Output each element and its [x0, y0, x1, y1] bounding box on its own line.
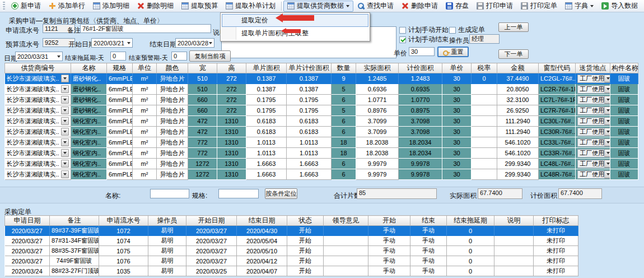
- cell-height[interactable]: 1310: [217, 137, 246, 148]
- cell-unit[interactable]: m²: [133, 159, 157, 169]
- table-row[interactable]: 长沙市潇湘玻璃实..钢化室内..6mmPLE..m²异地合片127213101.…: [5, 159, 638, 169]
- cell-end_delay[interactable]: 0: [447, 236, 494, 246]
- cell-window_code[interactable]: LC2GL-76#..: [539, 73, 576, 84]
- cell-operator[interactable]: 易明: [148, 266, 186, 276]
- cell-unit[interactable]: m²: [133, 116, 157, 127]
- locate-button[interactable]: 按条件定位: [265, 188, 297, 199]
- table-row[interactable]: 长沙市潇湘玻璃实..钢化室内..6mmPLE..m²异地合片47213100.6…: [5, 127, 638, 137]
- cell-actual_area[interactable]: 18.2038: [356, 148, 399, 159]
- cell-width[interactable]: 1272: [188, 169, 217, 180]
- cell-end_delay[interactable]: 0: [447, 266, 494, 276]
- cell-width[interactable]: 1272: [188, 159, 217, 169]
- col-tax_rate[interactable]: 税率: [472, 63, 497, 73]
- cell-serial_no[interactable]: 1076: [99, 256, 148, 266]
- cell-color[interactable]: 异地合片: [157, 127, 188, 137]
- cell-width[interactable]: 772: [188, 148, 217, 159]
- col-qty[interactable]: 数量: [332, 63, 356, 73]
- cell-amount[interactable]: 546.1020: [497, 148, 539, 159]
- cell-delivery_place[interactable]: 工厂使用: [576, 95, 610, 105]
- cell-note[interactable]: [494, 236, 534, 246]
- delivery-place-select[interactable]: 工厂使用: [577, 128, 610, 136]
- cell-unit_price[interactable]: 30: [442, 95, 472, 105]
- cell-unit_price[interactable]: 30: [442, 137, 472, 148]
- cell-part_name[interactable]: 固玻: [610, 116, 638, 127]
- table-row[interactable]: 2020/03/2788#35-37F窗固玻1075易明2020/03/2720…: [5, 246, 578, 256]
- cell-piece_area[interactable]: 1.6663: [246, 159, 287, 169]
- cell-color[interactable]: 异地合片: [157, 148, 188, 159]
- cell-end[interactable]: 手动: [410, 256, 447, 266]
- delivery-place-select[interactable]: 工厂使用: [577, 75, 610, 83]
- dropdown-button[interactable]: [604, 117, 610, 125]
- cell-actual_area[interactable]: 0.8976: [356, 105, 399, 116]
- cell-amount[interactable]: 37.4490: [497, 73, 539, 84]
- cell-start[interactable]: 手动: [368, 236, 410, 246]
- cell-print_flag[interactable]: 未打印: [534, 226, 578, 236]
- col-start_date[interactable]: 开始日期: [186, 216, 237, 226]
- toolbar-button-9[interactable]: 存盘: [442, 1, 473, 12]
- cell-name[interactable]: 钢化室内..: [71, 159, 107, 169]
- cell-piece_area[interactable]: 1.0113: [246, 148, 287, 159]
- cell-amount[interactable]: 26.9250: [497, 105, 539, 116]
- plan-manual-end-checkbox[interactable]: 计划手动结束: [399, 35, 449, 44]
- cell-piece_priced_area[interactable]: 0.1795: [287, 95, 332, 105]
- next-order-button[interactable]: 下一单: [498, 49, 529, 59]
- cell-amount[interactable]: 546.1020: [497, 137, 539, 148]
- cell-color[interactable]: 异地合片: [157, 159, 188, 169]
- cell-piece_priced_area[interactable]: 1.0113: [287, 148, 332, 159]
- col-window_code[interactable]: 窗型代码: [539, 63, 576, 73]
- cell-unit_price[interactable]: 30: [442, 169, 472, 180]
- cell-leader_opinion[interactable]: [324, 266, 368, 276]
- cell-end_date[interactable]: 2020/04/07: [237, 266, 287, 276]
- cell-priced_area[interactable]: 1.0770: [399, 95, 442, 105]
- cell-unit_price[interactable]: 30: [442, 159, 472, 169]
- cell-operator[interactable]: 易明: [148, 246, 186, 256]
- cell-amount[interactable]: 111.2940: [497, 116, 539, 127]
- delivery-place-select[interactable]: 工厂使用: [577, 170, 610, 179]
- cell-actual_area[interactable]: 0.6936: [356, 84, 399, 95]
- cell-name[interactable]: 钢化室内..: [71, 116, 107, 127]
- cell-part_name[interactable]: 固玻: [610, 169, 638, 180]
- end-delay-input[interactable]: 0: [110, 52, 126, 61]
- table-row[interactable]: 长沙市潇湘玻璃实..钢化室内..6mmPLE..m²异地合片77213101.0…: [5, 148, 638, 159]
- cell-actual_area[interactable]: 9.9979: [356, 159, 399, 169]
- cell-width[interactable]: 660: [188, 105, 217, 116]
- col-color[interactable]: 颜色: [157, 63, 188, 73]
- cell-spec[interactable]: 6mmPLE..: [107, 116, 133, 127]
- cell-end[interactable]: 手动: [410, 236, 447, 246]
- cell-end_date[interactable]: 2020/04/30: [237, 226, 287, 236]
- name-filter-input[interactable]: [150, 189, 189, 198]
- toolbar-button-4[interactable]: 提取预算: [178, 1, 222, 12]
- cell-piece_area[interactable]: 0.6183: [246, 116, 287, 127]
- dropdown-button[interactable]: [604, 106, 610, 114]
- cell-qty[interactable]: 6: [332, 159, 356, 169]
- cell-supplier[interactable]: 长沙市潇湘玻璃实..: [5, 148, 71, 159]
- cell-unit[interactable]: m²: [133, 95, 157, 105]
- cell-priced_area[interactable]: 18.2034: [399, 137, 442, 148]
- cell-remark[interactable]: 89#37-39F窗固玻: [50, 226, 99, 236]
- cell-color[interactable]: 异地合片: [157, 169, 188, 180]
- toolbar-button-0[interactable]: 新申请: [7, 1, 45, 12]
- dropdown-button[interactable]: [61, 128, 69, 136]
- cell-width[interactable]: 660: [188, 95, 217, 105]
- cell-delivery_place[interactable]: 工厂使用: [576, 84, 610, 95]
- cell-supplier[interactable]: 长沙市潇湘玻璃实..: [5, 127, 71, 137]
- col-supplier[interactable]: 供货商编号: [5, 63, 71, 73]
- cell-note[interactable]: [494, 226, 534, 236]
- cell-serial_no[interactable]: 1072: [99, 226, 148, 236]
- col-priced_area[interactable]: 计价面积: [399, 63, 442, 73]
- cell-note[interactable]: [494, 246, 534, 256]
- cell-unit[interactable]: m²: [133, 73, 157, 84]
- start-date-select[interactable]: 2020/03/21: [91, 38, 133, 48]
- cell-apply_date[interactable]: 2020/03/27: [5, 256, 50, 266]
- toolbar-button-8[interactable]: 删除申请: [398, 1, 442, 12]
- cell-color[interactable]: 异地合片: [157, 116, 188, 127]
- cell-leader_opinion[interactable]: [324, 236, 368, 246]
- cell-window_code[interactable]: LC33L-76#..: [539, 137, 576, 148]
- cell-unit_price[interactable]: 30: [442, 105, 472, 116]
- cell-remark[interactable]: 88#23-27F门顶玻: [50, 266, 99, 276]
- dropdown-button[interactable]: [61, 75, 69, 82]
- cell-window_code[interactable]: LC33R-76#..: [539, 148, 576, 159]
- cell-spec[interactable]: 6mmPLE..: [107, 95, 133, 105]
- end-warning-input[interactable]: 0: [171, 52, 187, 61]
- cell-width[interactable]: 510: [188, 84, 217, 95]
